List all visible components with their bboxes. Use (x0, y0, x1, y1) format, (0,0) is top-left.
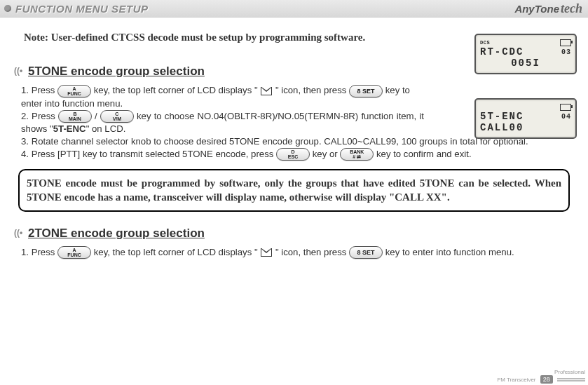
brand-logo: AnyTone tech (514, 1, 582, 16)
lcd-display-2: 5T-ENC 04 CALL00 (474, 98, 577, 139)
section-2tone-title: 2TONE encode group selection (18, 226, 570, 242)
text: key, the top left corner of LCD displays… (94, 247, 258, 257)
text: " icon, then press (275, 85, 349, 95)
step-3: 3. Rotate channel selector knob to choos… (21, 135, 554, 148)
set8-key-button: 8 SET (349, 246, 383, 259)
func-key-button: A FUNC (57, 85, 91, 97)
page-number: 28 (540, 375, 553, 384)
text: / (95, 111, 100, 121)
step-1: 1. Press A FUNC key, the top left corner… (21, 246, 570, 259)
lcd2-num: 04 (561, 113, 571, 121)
section-2tone-steps: 1. Press A FUNC key, the top left corner… (21, 246, 570, 259)
brand-name: AnyTone (514, 3, 559, 15)
set8-key-button: 8 SET (349, 85, 383, 97)
footer-line1: Professional (554, 369, 585, 375)
boxed-note: 5TONE encode must be programmed by softw… (18, 169, 570, 212)
page-footer: Professional FM Transceiver 28 (497, 369, 585, 384)
lcd2-line2: CALL00 (480, 122, 524, 133)
main-key-button: B MAIN (58, 110, 92, 123)
step-4: 4. Press [PTT] key to transmit selected … (21, 148, 570, 161)
bank-key-button: BANK # ⇌ (340, 148, 374, 161)
lcd1-line1: RT-CDC (480, 46, 524, 58)
lcd1-dcs-label: DCS (480, 40, 490, 46)
header-bar: FUNCTION MENU SETUP AnyTone tech (0, 0, 588, 18)
header-title: FUNCTION MENU SETUP (15, 3, 149, 15)
esc-key-button: D ESC (276, 148, 310, 161)
step-1: 1. Press A FUNC key, the top left corner… (21, 84, 424, 109)
battery-icon (560, 104, 571, 111)
text: 4. Press [PTT] key to transmit selected … (21, 149, 276, 159)
bold-5tenc: 5T-ENC (53, 123, 86, 134)
vm-key-button: C V/M (100, 110, 134, 123)
text: 1. Press (21, 85, 57, 95)
text: 2. Press (21, 111, 58, 121)
lcd2-line1: 5T-ENC (480, 111, 524, 122)
footer-rule-icon (557, 378, 585, 381)
text: key or (313, 149, 341, 159)
text: key, the top left corner of LCD displays… (94, 85, 258, 95)
step-2: 2. Press B MAIN / C V/M key to choose NO… (21, 110, 424, 135)
text: key to enter into function menu. (385, 247, 514, 257)
battery-icon (560, 39, 571, 46)
section-5tone-title: 5TONE encode group selection (18, 64, 570, 80)
text: " icon, then press (275, 247, 349, 257)
text: " on LCD. (86, 123, 126, 134)
footer-line2: FM Transceiver (497, 377, 535, 383)
lcd1-num: 03 (561, 48, 571, 56)
text: 1. Press (21, 247, 57, 257)
header-bullet-icon (4, 5, 11, 12)
mail-icon (261, 248, 272, 257)
mail-icon (261, 87, 272, 95)
func-key-button: A FUNC (57, 246, 91, 259)
brand-suffix: tech (561, 1, 582, 16)
text: key to confirm and exit. (376, 149, 472, 159)
